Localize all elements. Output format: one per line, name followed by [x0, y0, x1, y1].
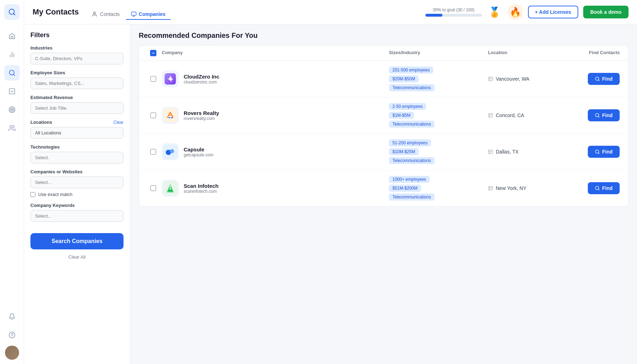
select-all-checkbox[interactable] [150, 50, 156, 56]
building-icon [488, 113, 493, 118]
svg-line-1 [13, 13, 15, 15]
row-checkbox-0[interactable] [150, 76, 156, 82]
company-url: cloudzeroinc.com [184, 80, 219, 85]
search-icon [595, 149, 600, 154]
goal-section: 30% to goal (30 / 100) [425, 7, 482, 17]
company-cell: Scan Infotech scaninfotech.com [162, 180, 389, 197]
row-checkbox-cell[interactable] [145, 112, 162, 118]
find-cell: Find [566, 146, 622, 158]
row-checkbox-1[interactable] [150, 112, 156, 118]
svg-rect-27 [171, 117, 173, 118]
find-button-0[interactable]: Find [588, 73, 620, 85]
company-url: getcapsule.com [184, 152, 213, 157]
company-tag: $1M-$5M [389, 112, 414, 119]
find-cell: Find [566, 109, 622, 121]
company-logo [162, 70, 179, 87]
locations-input[interactable] [30, 127, 124, 139]
progress-bar-fill [425, 14, 442, 17]
company-info: Scan Infotech scaninfotech.com [184, 183, 218, 194]
row-checkbox-cell[interactable] [145, 76, 162, 82]
companies-websites-input[interactable] [30, 177, 124, 188]
goal-text: 30% to goal (30 / 100) [432, 7, 474, 12]
sidebar-icon-people[interactable] [4, 120, 20, 136]
company-cell: Rovers Realty roversrealty.com [162, 107, 389, 124]
tab-contacts[interactable]: Contacts [87, 9, 125, 20]
company-name: Rovers Realty [184, 110, 219, 116]
company-logo [162, 180, 179, 197]
table-body: CloudZero Inc cloudzeroinc.com 201-500 e… [139, 61, 628, 206]
employee-sizes-input[interactable] [30, 77, 124, 89]
table-row: Rovers Realty roversrealty.com 2-50 empl… [139, 97, 628, 134]
sidebar-icon-help[interactable] [4, 327, 20, 343]
row-checkbox-cell[interactable] [145, 185, 162, 191]
column-sizes-industry: Sizes/Industry [389, 50, 488, 56]
svg-rect-20 [489, 77, 493, 81]
building-icon [488, 76, 493, 81]
sidebar-icon-target[interactable] [4, 102, 20, 117]
clear-all-button[interactable]: Clear All [30, 253, 124, 261]
company-logo [162, 143, 179, 160]
company-url: scaninfotech.com [184, 189, 218, 194]
companies-websites-label: Companies or Websites [30, 169, 124, 174]
row-checkbox-cell[interactable] [145, 149, 162, 155]
sidebar-icon-chart[interactable] [4, 47, 20, 62]
svg-line-49 [598, 189, 599, 190]
location-text: Vancouver, WA [496, 76, 529, 82]
user-avatar[interactable] [5, 346, 19, 360]
company-tag: Telecommunications [389, 121, 435, 128]
sidebar [0, 0, 24, 364]
add-licenses-button[interactable]: + Add Licenses [528, 6, 579, 18]
table-header: Company Sizes/Industry Location Find Con… [139, 46, 628, 61]
companies-table: Company Sizes/Industry Location Find Con… [139, 45, 629, 207]
svg-point-35 [170, 149, 174, 154]
technologies-input[interactable] [30, 152, 124, 163]
sidebar-icon-search-main[interactable] [4, 65, 20, 81]
filter-group-technologies: Technologies [30, 144, 124, 163]
exact-match-checkbox[interactable] [30, 192, 35, 197]
svg-rect-45 [489, 186, 493, 190]
find-button-1[interactable]: Find [588, 109, 620, 121]
locations-clear-button[interactable]: Clear [113, 120, 124, 125]
svg-line-40 [598, 153, 599, 154]
sidebar-icon-search[interactable] [4, 4, 20, 20]
sidebar-icon-checklist[interactable] [4, 83, 20, 99]
tags-cell: 2-50 employees$1M-$5MTelecommunications [389, 103, 488, 128]
locations-label: Locations Clear [30, 120, 124, 125]
company-cell: CloudZero Inc cloudzeroinc.com [162, 70, 389, 87]
sidebar-icon-bell[interactable] [4, 309, 20, 324]
book-demo-button[interactable]: Book a demo [583, 6, 629, 18]
column-find-contacts: Find Contacts [566, 50, 622, 56]
location-text: Concord, CA [496, 112, 524, 118]
svg-rect-15 [131, 12, 136, 15]
industries-label: Industries [30, 45, 124, 51]
revenue-input[interactable] [30, 102, 124, 114]
header-checkbox-cell[interactable] [145, 50, 162, 56]
employee-sizes-label: Employee Sizes [30, 70, 124, 75]
company-name: CloudZero Inc [184, 74, 219, 80]
row-checkbox-3[interactable] [150, 185, 156, 191]
results-title: Recommended Companies For You [139, 31, 629, 40]
location-text: Dallas, TX [496, 149, 518, 155]
filter-group-employee-sizes: Employee Sizes [30, 70, 124, 89]
results-panel: Recommended Companies For You Company Si… [130, 24, 637, 364]
filters-title: Filters [30, 31, 124, 39]
company-url: roversrealty.com [184, 116, 219, 121]
find-button-3[interactable]: Find [588, 182, 620, 194]
location-cell: Dallas, TX [488, 149, 566, 155]
row-checkbox-2[interactable] [150, 149, 156, 155]
company-tag: 1000+ employees [389, 176, 430, 183]
svg-line-24 [598, 80, 599, 81]
header-right: 30% to goal (30 / 100) 🏅 🔥 + Add License… [425, 4, 629, 20]
search-icon [595, 113, 600, 118]
tab-companies[interactable]: Companies [126, 9, 170, 20]
search-companies-button[interactable]: Search Companies [30, 233, 124, 249]
location-cell: Concord, CA [488, 112, 566, 118]
industries-input[interactable] [30, 53, 124, 64]
exact-match-label[interactable]: Use exact match [38, 192, 73, 197]
tags-cell: 51-200 employees$10M-$25MTelecommunicati… [389, 139, 488, 164]
tags-cell: 201-500 employees$20M-$50MTelecommunicat… [389, 67, 488, 91]
find-button-2[interactable]: Find [588, 146, 620, 158]
sidebar-icon-home[interactable] [4, 28, 20, 44]
company-keywords-input[interactable] [30, 210, 124, 222]
company-tag: $51M-$200M [389, 185, 421, 192]
